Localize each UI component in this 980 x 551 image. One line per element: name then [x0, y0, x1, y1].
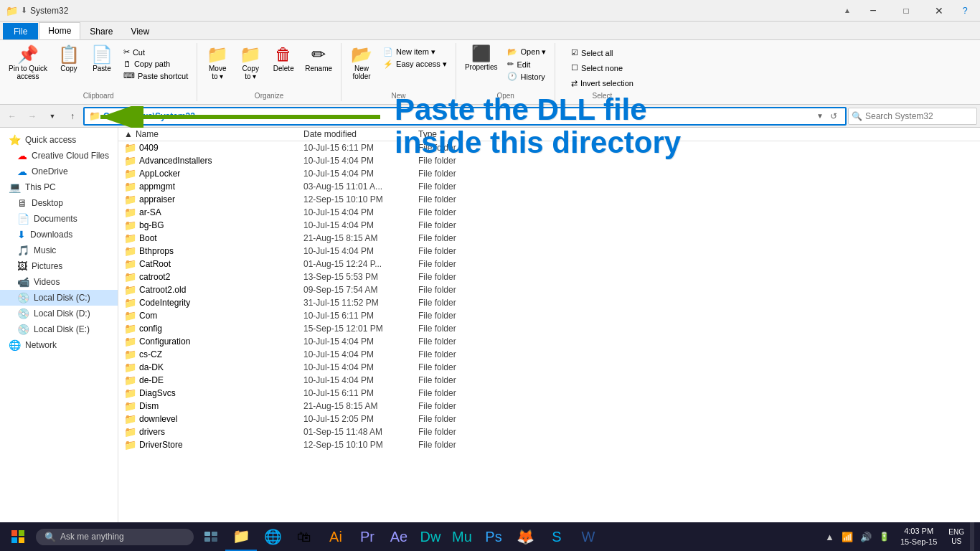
tab-file[interactable]: File — [3, 23, 38, 39]
file-row[interactable]: 📁 appraiser 12-Sep-15 10:10 PM File fold… — [118, 193, 980, 206]
sidebar-item-music[interactable]: 🎵 Music — [0, 242, 118, 258]
paste-shortcut-button[interactable]: ⌨ Paste shortcut — [119, 70, 192, 82]
search-input[interactable] — [862, 111, 974, 121]
taskbar-store[interactable]: 🛍 — [288, 522, 320, 551]
forward-button[interactable]: → — [23, 107, 42, 126]
file-row[interactable]: 📁 Com 10-Jul-15 6:11 PM File folder — [118, 309, 980, 322]
address-bar[interactable]: 📁 ▼ ↺ — [83, 107, 847, 126]
tab-home[interactable]: Home — [39, 22, 80, 39]
taskbar-skype[interactable]: S — [541, 522, 573, 551]
tab-share[interactable]: Share — [81, 24, 121, 39]
sidebar-item-creative-cloud[interactable]: ☁ Creative Cloud Files — [0, 148, 118, 164]
pin-to-quick-access-button[interactable]: 📌 Pin to Quickaccess — [4, 44, 52, 82]
file-row[interactable]: 📁 cs-CZ 10-Jul-15 4:04 PM File folder — [118, 348, 980, 361]
recent-locations-button[interactable]: ▼ — [43, 107, 62, 126]
file-row[interactable]: 📁 CodeIntegrity 31-Jul-15 11:52 PM File … — [118, 296, 980, 309]
file-row[interactable]: 📁 AdvancedInstallers 10-Jul-15 4:04 PM F… — [118, 154, 980, 167]
file-row[interactable]: 📁 Dism 21-Aug-15 8:15 AM File folder — [118, 400, 980, 413]
taskbar-after-effects[interactable]: Ae — [383, 522, 415, 551]
open-button[interactable]: 📂 Open ▾ — [503, 46, 550, 58]
sidebar-item-downloads[interactable]: ⬇ Downloads — [0, 227, 118, 242]
address-dropdown-icon[interactable]: ▼ — [816, 112, 824, 120]
sidebar-item-onedrive[interactable]: ☁ OneDrive — [0, 164, 118, 179]
taskbar-word[interactable]: W — [573, 522, 604, 551]
copy-path-button[interactable]: 🗒 Copy path — [119, 58, 192, 70]
taskbar-search[interactable]: 🔍 Ask me anything — [36, 529, 194, 545]
select-none-button[interactable]: ☐ Select none — [567, 62, 627, 74]
chevron-up-icon[interactable]: ▲ — [838, 0, 857, 22]
file-row[interactable]: 📁 DriverStore 12-Sep-15 10:10 PM File fo… — [118, 438, 980, 451]
up-button[interactable]: ↑ — [63, 107, 82, 126]
sidebar-item-local-disk-c[interactable]: 💿 Local Disk (C:) — [0, 290, 118, 306]
invert-selection-button[interactable]: ⇄ Invert selection — [567, 77, 638, 90]
show-hidden-icons[interactable]: ▲ — [823, 532, 837, 542]
copy-to-button[interactable]: 📁 Copyto ▾ — [235, 44, 266, 82]
edit-button[interactable]: ✏ Edit — [503, 58, 550, 70]
copy-button[interactable]: 📋 Copy — [53, 44, 85, 74]
close-button[interactable]: ✕ — [923, 0, 956, 22]
sidebar-item-documents[interactable]: 📄 Documents — [0, 211, 118, 227]
sidebar-item-pictures[interactable]: 🖼 Pictures — [0, 258, 118, 274]
new-item-button[interactable]: 📄 New item ▾ — [379, 46, 451, 58]
taskbar-muse[interactable]: Mu — [446, 522, 478, 551]
file-row[interactable]: 📁 downlevel 10-Jul-15 2:05 PM File folde… — [118, 413, 980, 425]
taskbar-illustrator[interactable]: Ai — [320, 522, 352, 551]
taskbar-firefox[interactable]: 🦊 — [509, 522, 541, 551]
properties-button[interactable]: ⬛ Properties — [461, 44, 502, 72]
taskbar-photoshop[interactable]: Ps — [478, 522, 509, 551]
sidebar-item-local-disk-d[interactable]: 💿 Local Disk (D:) — [0, 306, 118, 321]
battery-icon[interactable]: 🔋 — [877, 532, 892, 542]
cut-button[interactable]: ✂ Cut — [119, 46, 192, 58]
refresh-button[interactable]: ↺ — [826, 109, 841, 123]
file-row[interactable]: 📁 bg-BG 10-Jul-15 4:04 PM File folder — [118, 219, 980, 232]
show-desktop-button[interactable] — [970, 522, 974, 551]
paste-button[interactable]: 📄 Paste — [86, 44, 118, 74]
column-header-date[interactable]: Date modified — [303, 129, 418, 139]
file-row[interactable]: 📁 drivers 01-Sep-15 11:48 AM File folder — [118, 425, 980, 438]
rename-button[interactable]: ✏ Rename — [301, 44, 336, 74]
delete-button[interactable]: 🗑 Delete — [268, 44, 299, 74]
sidebar-item-network[interactable]: 🌐 Network — [0, 337, 118, 353]
sidebar-item-local-disk-e[interactable]: 💿 Local Disk (E:) — [0, 321, 118, 337]
file-row[interactable]: 📁 appmgmt 03-Aug-15 11:01 A... File fold… — [118, 180, 980, 193]
file-row[interactable]: 📁 ar-SA 10-Jul-15 4:04 PM File folder — [118, 206, 980, 219]
maximize-button[interactable]: □ — [890, 0, 923, 22]
search-bar[interactable]: 🔍 — [848, 108, 977, 125]
select-all-button[interactable]: ☑ Select all — [567, 47, 618, 59]
file-row[interactable]: 📁 0409 10-Jul-15 6:11 PM File folder — [118, 141, 980, 154]
task-view-button[interactable] — [197, 522, 225, 551]
file-row[interactable]: 📁 Bthprops 10-Jul-15 4:04 PM File folder — [118, 245, 980, 258]
sidebar-item-this-pc[interactable]: 💻 This PC — [0, 179, 118, 195]
file-row[interactable]: 📁 Boot 21-Aug-15 8:15 AM File folder — [118, 232, 980, 245]
start-button[interactable] — [0, 522, 36, 551]
sidebar-item-videos[interactable]: 📹 Videos — [0, 274, 118, 290]
move-to-button[interactable]: 📁 Moveto ▾ — [202, 44, 233, 82]
file-row[interactable]: 📁 DiagSvcs 10-Jul-15 6:11 PM File folder — [118, 387, 980, 400]
file-row[interactable]: 📁 config 15-Sep-15 12:01 PM File folder — [118, 322, 980, 335]
sidebar-item-quick-access[interactable]: ⭐ Quick access — [0, 132, 118, 148]
file-row[interactable]: 📁 de-DE 10-Jul-15 4:04 PM File folder — [118, 374, 980, 387]
new-folder-button[interactable]: 📂 Newfolder — [346, 44, 377, 82]
easy-access-button[interactable]: ⚡ Easy access ▾ — [379, 58, 451, 70]
sidebar-item-desktop[interactable]: 🖥 Desktop — [0, 195, 118, 211]
taskbar-edge[interactable]: 🌐 — [257, 522, 288, 551]
history-button[interactable]: 🕐 History — [503, 70, 550, 83]
back-button[interactable]: ← — [3, 107, 22, 126]
language-indicator[interactable]: ENG US — [946, 527, 967, 546]
file-row[interactable]: 📁 Configuration 10-Jul-15 4:04 PM File f… — [118, 335, 980, 348]
network-tray-icon[interactable]: 📶 — [839, 532, 855, 542]
file-row[interactable]: 📁 AppLocker 10-Jul-15 4:04 PM File folde… — [118, 167, 980, 180]
file-row[interactable]: 📁 CatRoot 01-Aug-15 12:24 P... File fold… — [118, 258, 980, 270]
column-header-name[interactable]: ▲ Name — [124, 129, 303, 139]
column-header-type[interactable]: Type — [418, 129, 490, 139]
file-row[interactable]: 📁 da-DK 10-Jul-15 4:04 PM File folder — [118, 361, 980, 374]
file-row[interactable]: 📁 catroot2 13-Sep-15 5:53 PM File folder — [118, 270, 980, 283]
minimize-button[interactable]: − — [857, 0, 890, 22]
help-button[interactable]: ? — [956, 0, 974, 22]
file-row[interactable]: 📁 Catroot2.old 09-Sep-15 7:54 AM File fo… — [118, 283, 980, 296]
clock[interactable]: 4:03 PM 15-Sep-15 — [895, 526, 943, 548]
taskbar-dreamweaver[interactable]: Dw — [415, 522, 446, 551]
taskbar-explorer[interactable]: 📁 — [225, 522, 257, 551]
address-input[interactable] — [103, 111, 816, 121]
volume-icon[interactable]: 🔊 — [858, 532, 874, 542]
